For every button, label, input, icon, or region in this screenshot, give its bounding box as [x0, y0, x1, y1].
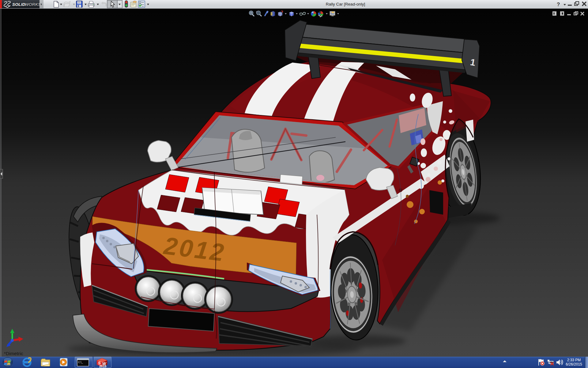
svg-text:2015: 2015 — [99, 364, 107, 368]
svg-text:WORKS: WORKS — [25, 2, 41, 7]
svg-text:?: ? — [557, 2, 560, 7]
svg-text:C:\_: C:\_ — [78, 361, 83, 364]
svg-text:SOLID: SOLID — [12, 2, 25, 7]
